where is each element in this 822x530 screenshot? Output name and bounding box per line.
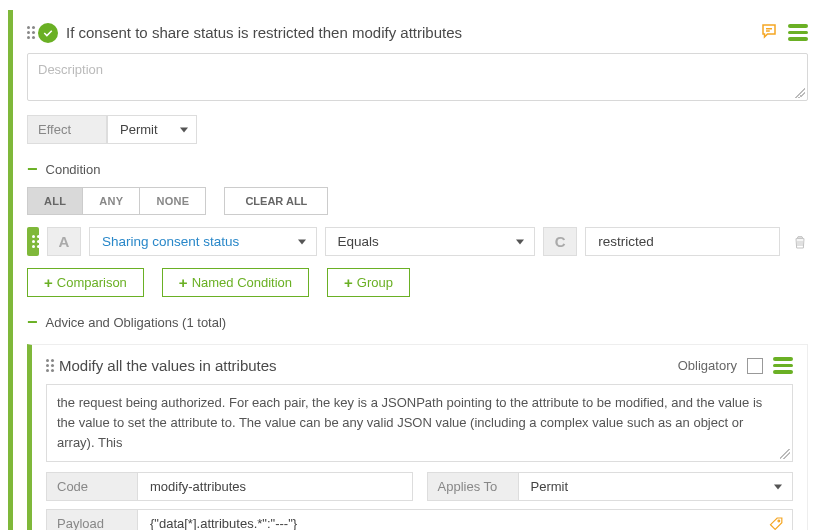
condition-row: A Sharing consent status Equals C restri…	[27, 227, 808, 256]
applies-to-select[interactable]: Permit	[518, 472, 794, 501]
condition-section-header[interactable]: − Condition	[27, 162, 808, 177]
advice-item-panel: Modify all the values in attributes Obli…	[27, 344, 808, 530]
comment-icon[interactable]	[760, 22, 778, 43]
attribute-type-tag: A	[47, 227, 81, 256]
drag-handle-icon[interactable]	[27, 26, 30, 39]
menu-icon[interactable]	[788, 24, 808, 41]
code-label: Code	[46, 472, 138, 501]
payload-label: Payload	[46, 509, 138, 530]
combinator-group: ALL ANY NONE CLEAR ALL	[27, 187, 808, 215]
effect-select[interactable]: Permit	[107, 115, 197, 144]
combinator-none-button[interactable]: NONE	[139, 187, 206, 215]
chevron-down-icon	[774, 484, 782, 489]
combinator-all-button[interactable]: ALL	[27, 187, 83, 215]
operator-select[interactable]: Equals	[325, 227, 536, 256]
add-group-button[interactable]: + Group	[327, 268, 410, 297]
effect-label: Effect	[27, 115, 107, 144]
plus-icon: +	[44, 275, 53, 290]
rule-header: If consent to share status is restricted…	[27, 22, 808, 43]
menu-icon[interactable]	[773, 357, 793, 374]
payload-input[interactable]: {"data[*].attributes.*":"---"}	[137, 509, 793, 530]
add-condition-row: + Comparison + Named Condition + Group	[27, 268, 808, 297]
delete-row-button[interactable]	[792, 227, 808, 256]
effect-row: Effect Permit	[27, 115, 808, 144]
check-circle-icon	[38, 23, 58, 43]
chevron-down-icon	[180, 127, 188, 132]
drag-handle-icon[interactable]	[46, 359, 49, 372]
code-input[interactable]: modify-attributes	[137, 472, 413, 501]
tag-icon[interactable]	[766, 516, 785, 530]
value-input[interactable]: restricted	[585, 227, 780, 256]
add-comparison-button[interactable]: + Comparison	[27, 268, 144, 297]
rule-panel: If consent to share status is restricted…	[8, 10, 822, 530]
add-named-condition-button[interactable]: + Named Condition	[162, 268, 309, 297]
collapse-icon: −	[27, 164, 38, 175]
clear-all-button[interactable]: CLEAR ALL	[224, 187, 328, 215]
advice-description[interactable]: the request being authorized. For each p…	[46, 384, 793, 462]
advice-header: Modify all the values in attributes Obli…	[46, 357, 793, 374]
value-type-tag: C	[543, 227, 577, 256]
advice-title: Modify all the values in attributes	[59, 357, 668, 374]
applies-to-label: Applies To	[427, 472, 519, 501]
svg-point-0	[778, 520, 780, 522]
obligatory-checkbox[interactable]	[747, 358, 763, 374]
collapse-icon: −	[27, 317, 38, 328]
chevron-down-icon	[298, 239, 306, 244]
advice-section-header[interactable]: − Advice and Obligations (1 total)	[27, 315, 808, 330]
combinator-any-button[interactable]: ANY	[82, 187, 140, 215]
plus-icon: +	[344, 275, 353, 290]
attribute-select[interactable]: Sharing consent status	[89, 227, 317, 256]
description-input[interactable]: Description	[27, 53, 808, 101]
chevron-down-icon	[516, 239, 524, 244]
rule-title: If consent to share status is restricted…	[66, 24, 752, 41]
row-drag-handle-icon[interactable]	[27, 227, 39, 256]
plus-icon: +	[179, 275, 188, 290]
obligatory-label: Obligatory	[678, 358, 737, 373]
